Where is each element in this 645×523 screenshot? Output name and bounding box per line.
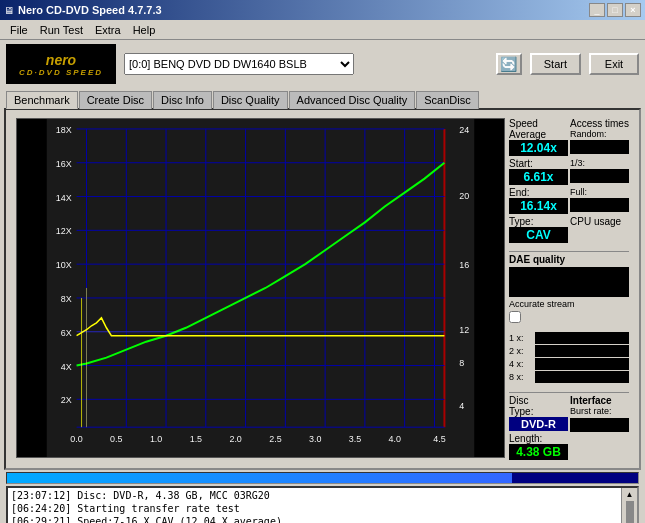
start-block: Start: 6.61x [509,158,568,185]
end-block: End: 16.14x [509,187,568,214]
cpu-row-1x: 1 x: [509,332,629,344]
cpu-1x-label: 1 x: [509,333,533,343]
app-logo: nero CD·DVD SPEED [6,44,116,84]
accurate-stream-checkbox-area [509,311,629,323]
svg-text:12X: 12X [56,226,72,236]
svg-text:4.0: 4.0 [388,434,400,444]
maximize-button[interactable]: □ [607,3,623,17]
speed-section: Speed Average 12.04x Access times Random… [509,118,629,243]
right-panel: Speed Average 12.04x Access times Random… [509,118,629,460]
tab-content: 18X 16X 14X 12X 10X 8X 6X 4X 2X 24 20 16… [4,108,641,470]
accurate-stream-checkbox[interactable] [509,311,521,323]
menu-file[interactable]: File [4,22,34,38]
cpu-8x-bar [535,371,629,383]
log-line-2: [06:29:21] Speed:7-16 X CAV (12.04 X ave… [9,515,620,523]
tab-disc-info[interactable]: Disc Info [153,91,212,109]
svg-text:8X: 8X [61,294,72,304]
scrollbar-thumb [626,501,634,523]
svg-text:4X: 4X [61,362,72,372]
full-value-box [570,198,629,212]
svg-text:0.5: 0.5 [110,434,122,444]
interface-block: Interface Burst rate: [570,395,629,460]
logo-cdspeed: CD·DVD SPEED [19,68,103,77]
svg-text:4.5: 4.5 [433,434,445,444]
svg-text:18X: 18X [56,125,72,135]
cpu-row-8x: 8 x: [509,371,629,383]
one-third-label: 1/3: [570,158,629,168]
cpu-row-4x: 4 x: [509,358,629,370]
end-label: End: [509,187,568,198]
speed-average-block: Speed Average 12.04x [509,118,568,156]
logo-nero: nero [46,52,76,68]
cpu-2x-label: 2 x: [509,346,533,356]
svg-text:4: 4 [459,401,464,411]
disc-type-block: Disc Type: DVD-R Length: 4.38 GB [509,395,568,460]
svg-rect-0 [47,119,474,457]
tab-benchmark[interactable]: Benchmark [6,91,78,109]
random-value-box [570,140,629,154]
title-bar-buttons: _ □ × [589,3,641,17]
full-block: Full: [570,187,629,214]
log-scrollbar[interactable]: ▲ ▼ [621,488,637,523]
speed-average-value: 12.04x [509,140,568,156]
svg-text:16X: 16X [56,159,72,169]
svg-text:0.0: 0.0 [70,434,82,444]
accurate-stream-label: Accurate stream [509,299,629,309]
start-button[interactable]: Start [530,53,581,75]
cpu-usage-block: CPU usage [570,216,629,243]
log-text-area: [23:07:12] Disc: DVD-R, 4.38 GB, MCC 03R… [8,488,621,523]
refresh-button[interactable]: 🔄 [496,53,522,75]
svg-text:20: 20 [459,191,469,201]
one-third-block: 1/3: [570,158,629,185]
menu-extra[interactable]: Extra [89,22,127,38]
dae-section: DAE quality Accurate stream [509,251,629,325]
chart-area: 18X 16X 14X 12X 10X 8X 6X 4X 2X 24 20 16… [16,118,505,458]
minimize-button[interactable]: _ [589,3,605,17]
one-third-value-box [570,169,629,183]
tab-disc-quality[interactable]: Disc Quality [213,91,288,109]
scrollbar-up[interactable]: ▲ [626,490,634,499]
start-label: Start: [509,158,568,169]
svg-text:8: 8 [459,358,464,368]
disc-label: Disc Type: [509,395,568,417]
burst-rate-label: Burst rate: [570,406,629,416]
start-value: 6.61x [509,169,568,185]
progress-bar-fill [7,473,512,483]
tab-scandisc[interactable]: ScanDisc [416,91,478,109]
tab-advanced-disc-quality[interactable]: Advanced Disc Quality [289,91,416,109]
type-block: Type: CAV [509,216,568,243]
interface-label: Interface [570,395,629,406]
drive-select[interactable]: [0:0] BENQ DVD DD DW1640 BSLB [124,53,354,75]
drive-selector-area: [0:0] BENQ DVD DD DW1640 BSLB [124,53,488,75]
tab-create-disc[interactable]: Create Disc [79,91,152,109]
access-times-block: Access times Random: [570,118,629,156]
disc-length-label: Length: [509,433,568,444]
close-button[interactable]: × [625,3,641,17]
speed-label: Speed [509,118,568,129]
speed-avg-label: Average [509,129,568,140]
progress-bar-container [6,472,639,484]
burst-rate-value-box [570,418,629,432]
svg-text:12: 12 [459,325,469,335]
menu-run-test[interactable]: Run Test [34,22,89,38]
end-value: 16.14x [509,198,568,214]
svg-text:1.5: 1.5 [190,434,202,444]
chart-svg: 18X 16X 14X 12X 10X 8X 6X 4X 2X 24 20 16… [17,119,504,457]
svg-text:10X: 10X [56,260,72,270]
top-area: nero CD·DVD SPEED [0:0] BENQ DVD DD DW16… [0,40,645,88]
tabs-container: Benchmark Create Disc Disc Info Disc Qua… [0,88,645,108]
log-line-0: [23:07:12] Disc: DVD-R, 4.38 GB, MCC 03R… [9,489,620,502]
cpu-4x-bar [535,358,629,370]
random-label: Random: [570,129,629,139]
cpu-usage-label: CPU usage [570,216,629,227]
svg-text:3.0: 3.0 [309,434,321,444]
svg-text:16: 16 [459,260,469,270]
menu-help[interactable]: Help [127,22,162,38]
app-title: Nero CD-DVD Speed 4.7.7.3 [18,4,162,16]
svg-text:14X: 14X [56,193,72,203]
svg-text:2X: 2X [61,395,72,405]
exit-button[interactable]: Exit [589,53,639,75]
access-times-label: Access times [570,118,629,129]
svg-text:2.5: 2.5 [269,434,281,444]
disc-type-value: DVD-R [509,417,568,431]
